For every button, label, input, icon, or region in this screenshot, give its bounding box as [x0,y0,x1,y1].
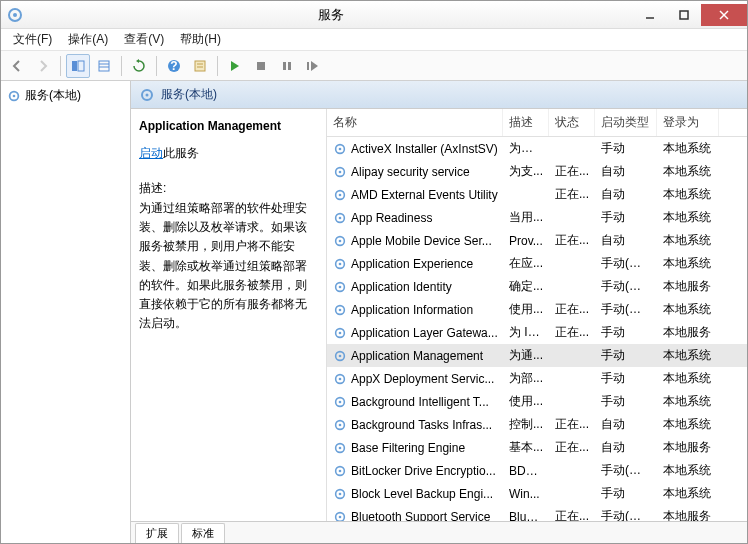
cell-state: 正在... [549,230,595,251]
gear-icon [333,142,347,156]
service-row[interactable]: Application Layer Gatewa...为 In...正在...手… [327,321,747,344]
sidebar-item-services[interactable]: 服务(本地) [5,85,126,106]
app-icon [7,7,23,23]
service-row[interactable]: Base Filtering Engine基本...正在...自动本地服务 [327,436,747,459]
cell-state: 正在... [549,322,595,343]
back-button[interactable] [5,54,29,78]
start-service-suffix: 此服务 [163,146,199,160]
svg-rect-19 [307,62,309,70]
cell-logon: 本地系统 [657,299,719,320]
gear-icon [333,280,347,294]
cell-state: 正在... [549,161,595,182]
menu-help[interactable]: 帮助(H) [172,29,229,50]
cell-state: 正在... [549,506,595,521]
cell-desc: 使用... [503,391,549,412]
cell-desc: 为通... [503,345,549,366]
restart-service-button[interactable] [301,54,325,78]
tab-extended[interactable]: 扩展 [135,523,179,543]
cell-name: Application Management [327,347,503,365]
list-body[interactable]: ActiveX Installer (AxInstSV)为从 ...手动本地系统… [327,137,747,521]
svg-point-21 [13,94,16,97]
col-desc[interactable]: 描述 [503,109,549,136]
svg-rect-16 [257,62,265,70]
cell-name: Apple Mobile Device Ser... [327,232,503,250]
cell-name: Application Experience [327,255,503,273]
cell-name: Alipay security service [327,163,503,181]
svg-point-55 [339,492,342,495]
stop-service-button[interactable] [249,54,273,78]
content-header-label: 服务(本地) [161,86,217,103]
service-row[interactable]: AppX Deployment Servic...为部...手动本地系统 [327,367,747,390]
service-row[interactable]: Bluetooth Support ServiceBlue...正在...手动(… [327,505,747,521]
service-row[interactable]: Application Experience在应...手动(触发...本地系统 [327,252,747,275]
cell-desc: 为 In... [503,322,549,343]
service-row[interactable]: Background Intelligent T...使用...手动本地系统 [327,390,747,413]
service-row[interactable]: Apple Mobile Device Ser...Prov...正在...自动… [327,229,747,252]
cell-start: 手动 [595,483,657,504]
svg-point-37 [339,285,342,288]
export-list-button[interactable] [92,54,116,78]
service-row[interactable]: Block Level Backup Engi...Win...手动本地系统 [327,482,747,505]
service-row[interactable]: BitLocker Drive Encryptio...BDE...手动(触发.… [327,459,747,482]
service-row[interactable]: Background Tasks Infras...控制...正在...自动本地… [327,413,747,436]
cell-name: BitLocker Drive Encryptio... [327,462,503,480]
cell-desc: Win... [503,485,549,503]
cell-desc [503,193,549,197]
forward-button[interactable] [31,54,55,78]
gear-icon [333,372,347,386]
cell-start: 手动 [595,207,657,228]
cell-start: 自动 [595,230,657,251]
refresh-button[interactable] [127,54,151,78]
col-name[interactable]: 名称 [327,109,503,136]
tab-standard[interactable]: 标准 [181,523,225,543]
cell-start: 手动(触发... [595,506,657,521]
service-row[interactable]: Application Identity确定...手动(触发...本地服务 [327,275,747,298]
cell-start: 手动 [595,368,657,389]
cell-desc: Blue... [503,508,549,522]
svg-point-57 [339,515,342,518]
cell-start: 手动(触发... [595,460,657,481]
pause-service-button[interactable] [275,54,299,78]
cell-desc: BDE... [503,462,549,480]
maximize-button[interactable] [667,4,701,26]
col-start[interactable]: 启动类型 [595,109,657,136]
close-button[interactable] [701,4,747,26]
properties-button[interactable] [188,54,212,78]
cell-name: Block Level Backup Engi... [327,485,503,503]
svg-point-25 [339,147,342,150]
show-hide-tree-button[interactable] [66,54,90,78]
svg-rect-3 [680,11,688,19]
cell-name: AMD External Events Utility [327,186,503,204]
cell-logon: 本地服务 [657,437,719,458]
service-row[interactable]: Application Information使用...正在...手动(触发..… [327,298,747,321]
main-area: 服务(本地) 服务(本地) Application Management 启动此… [1,81,747,543]
service-row[interactable]: App Readiness当用...手动本地系统 [327,206,747,229]
service-row[interactable]: Application Management为通...手动本地系统 [327,344,747,367]
minimize-button[interactable] [633,4,667,26]
cell-state [549,285,595,289]
help-button[interactable]: ? [162,54,186,78]
start-service-button[interactable] [223,54,247,78]
col-logon[interactable]: 登录为 [657,109,719,136]
service-row[interactable]: AMD External Events Utility正在...自动本地系统 [327,183,747,206]
service-row[interactable]: ActiveX Installer (AxInstSV)为从 ...手动本地系统 [327,137,747,160]
start-service-link[interactable]: 启动 [139,146,163,160]
menu-view[interactable]: 查看(V) [116,29,172,50]
svg-point-53 [339,469,342,472]
cell-desc: 在应... [503,253,549,274]
cell-name: App Readiness [327,209,503,227]
svg-point-47 [339,400,342,403]
col-state[interactable]: 状态 [549,109,595,136]
cell-name: Bluetooth Support Service [327,508,503,522]
window-title: 服务 [29,6,633,24]
cell-name: ActiveX Installer (AxInstSV) [327,140,503,158]
description-text: 为通过组策略部署的软件处理安装、删除以及枚举请求。如果该服务被禁用，则用户将不能… [139,199,318,333]
menu-file[interactable]: 文件(F) [5,29,60,50]
menu-action[interactable]: 操作(A) [60,29,116,50]
gear-icon [333,349,347,363]
cell-start: 自动 [595,184,657,205]
cell-logon: 本地系统 [657,161,719,182]
service-row[interactable]: Alipay security service为支...正在...自动本地系统 [327,160,747,183]
cell-name: Background Intelligent T... [327,393,503,411]
cell-name: AppX Deployment Servic... [327,370,503,388]
